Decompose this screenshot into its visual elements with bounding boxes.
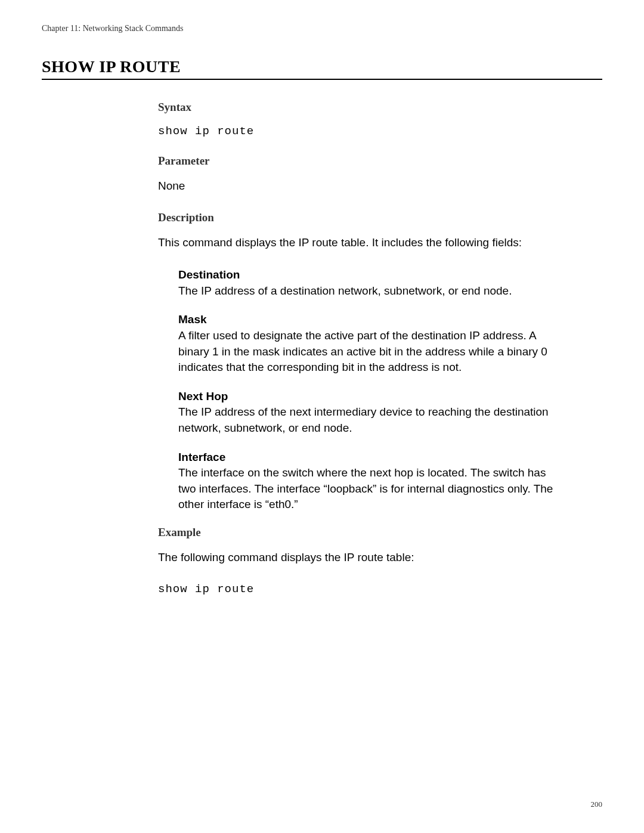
field-desc: The IP address of a destination network,…: [178, 283, 564, 299]
field-desc: The interface on the switch where the ne…: [178, 465, 564, 513]
field-label: Mask: [178, 312, 564, 328]
description-intro: This command displays the IP route table…: [158, 235, 564, 251]
field-label: Interface: [178, 450, 564, 466]
field-nexthop: Next Hop The IP address of the next inte…: [178, 389, 564, 436]
field-desc: A filter used to designate the active pa…: [178, 328, 564, 376]
field-label: Next Hop: [178, 389, 564, 405]
example-heading: Example: [158, 526, 564, 539]
page-number: 200: [591, 800, 603, 809]
example-text: The following command displays the IP ro…: [158, 550, 564, 566]
parameter-text: None: [158, 178, 564, 194]
parameter-heading: Parameter: [158, 154, 564, 168]
description-heading: Description: [158, 211, 564, 224]
field-destination: Destination The IP address of a destinat…: [178, 267, 564, 299]
field-interface: Interface The interface on the switch wh…: [178, 450, 564, 513]
field-desc: The IP address of the next intermediary …: [178, 404, 564, 436]
chapter-header: Chapter 11: Networking Stack Commands: [42, 24, 602, 33]
content-block: Syntax show ip route Parameter None Desc…: [158, 101, 564, 596]
field-mask: Mask A filter used to designate the acti…: [178, 312, 564, 375]
field-label: Destination: [178, 267, 564, 283]
example-code: show ip route: [158, 583, 564, 596]
syntax-heading: Syntax: [158, 101, 564, 114]
syntax-code: show ip route: [158, 125, 564, 138]
page-title: SHOW IP ROUTE: [42, 57, 602, 80]
